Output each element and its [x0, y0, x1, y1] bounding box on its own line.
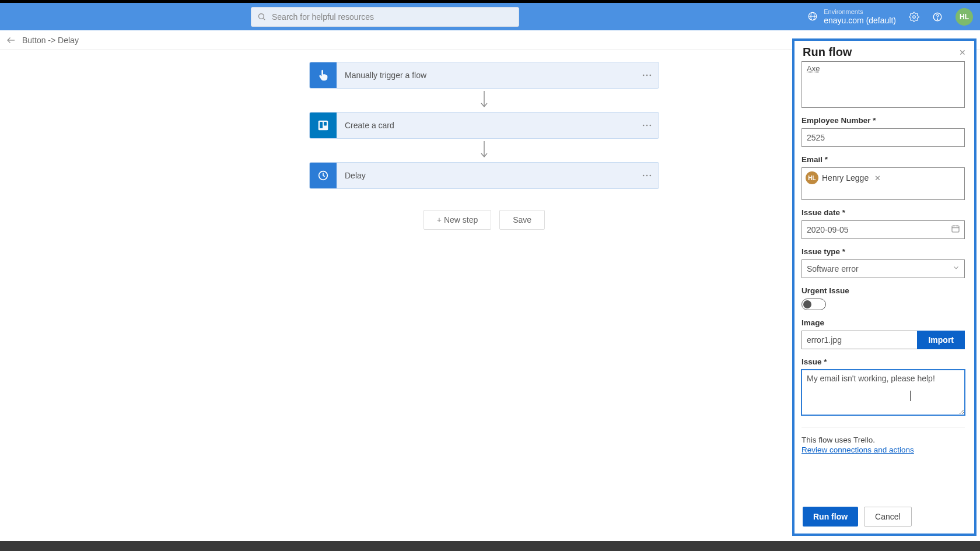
save-button[interactable]: Save	[499, 210, 545, 230]
touch-icon	[310, 62, 337, 89]
issue-type-select[interactable]	[802, 259, 965, 278]
svg-line-1	[263, 18, 265, 20]
top-bar: Search for helpful resources Environment…	[0, 3, 980, 30]
flow-step-trigger[interactable]: Manually trigger a flow	[309, 62, 659, 89]
import-button[interactable]: Import	[917, 331, 965, 349]
new-step-button[interactable]: + New step	[424, 210, 491, 230]
svg-point-9	[643, 75, 645, 76]
issue-date-input[interactable]	[802, 220, 965, 239]
panel-title: Run flow	[803, 45, 959, 59]
cancel-button[interactable]: Cancel	[864, 507, 912, 527]
environment-icon	[807, 11, 818, 22]
svg-point-22	[646, 175, 648, 177]
email-label: Email *	[802, 155, 965, 164]
issue-date-label: Issue date *	[802, 208, 965, 217]
flow-step-create-card[interactable]: Create a card	[309, 112, 659, 139]
chevron-down-icon[interactable]	[952, 264, 960, 274]
environment-name: enayu.com (default)	[824, 16, 896, 25]
issue-type-label: Issue type *	[802, 247, 965, 256]
svg-point-18	[650, 125, 652, 127]
more-icon[interactable]	[635, 170, 659, 181]
flow-step-label: Create a card	[337, 121, 635, 130]
avatar-small: HL	[806, 171, 818, 184]
flow-step-delay[interactable]: Delay	[309, 162, 659, 189]
trello-icon	[310, 112, 337, 139]
svg-point-21	[643, 175, 645, 177]
person-chip-name: Henry Legge	[822, 173, 869, 183]
image-filename-input[interactable]	[802, 331, 917, 349]
user-avatar[interactable]: HL	[956, 8, 973, 26]
svg-rect-14	[320, 122, 323, 128]
more-icon[interactable]	[635, 120, 659, 131]
environment-picker[interactable]: Environments enayu.com (default)	[807, 8, 896, 25]
clock-icon	[310, 162, 337, 189]
svg-point-5	[913, 15, 916, 18]
svg-point-11	[650, 75, 652, 76]
issue-textarea[interactable]	[802, 370, 965, 415]
flow-designer: Manually trigger a flow Create a card	[309, 62, 659, 230]
svg-rect-24	[952, 226, 959, 232]
employee-number-label: Employee Number *	[802, 116, 965, 125]
text-cursor	[910, 391, 911, 401]
person-chip: HL Henry Legge ✕	[806, 171, 881, 184]
email-people-picker[interactable]: HL Henry Legge ✕	[802, 167, 965, 200]
run-flow-panel: Run flow ✕ Axe Employee Number * Email *…	[792, 38, 977, 536]
image-label: Image	[802, 318, 965, 327]
issue-label: Issue *	[802, 357, 965, 366]
gear-icon[interactable]	[909, 12, 919, 22]
svg-rect-15	[324, 122, 327, 125]
employee-number-input[interactable]	[802, 128, 965, 147]
chip-remove-icon[interactable]: ✕	[874, 174, 881, 183]
back-button[interactable]	[5, 34, 18, 47]
global-search[interactable]: Search for helpful resources	[251, 7, 519, 27]
environment-label: Environments	[824, 8, 896, 16]
status-bar	[0, 541, 980, 551]
svg-point-16	[643, 125, 645, 127]
flow-step-label: Manually trigger a flow	[337, 71, 635, 80]
svg-point-17	[646, 125, 648, 127]
flow-uses-text: This flow uses Trello.	[802, 436, 965, 444]
truncated-field[interactable]: Axe	[802, 61, 965, 108]
svg-point-23	[650, 175, 652, 177]
search-icon	[257, 12, 266, 21]
search-placeholder: Search for helpful resources	[272, 12, 374, 22]
close-icon[interactable]: ✕	[959, 48, 966, 57]
more-icon[interactable]	[635, 69, 659, 81]
urgent-issue-label: Urgent Issue	[802, 286, 965, 295]
help-icon[interactable]	[932, 12, 943, 22]
svg-point-0	[259, 14, 264, 19]
urgent-issue-toggle[interactable]	[802, 299, 826, 310]
review-connections-link[interactable]: Review connections and actions	[802, 445, 914, 454]
breadcrumb: Button -> Delay	[22, 36, 79, 45]
flow-step-label: Delay	[337, 171, 635, 180]
svg-point-10	[646, 75, 648, 76]
svg-point-7	[937, 19, 937, 19]
flow-arrow	[309, 139, 659, 162]
flow-arrow	[309, 89, 659, 112]
run-flow-button[interactable]: Run flow	[803, 507, 858, 527]
calendar-icon[interactable]	[951, 224, 960, 236]
